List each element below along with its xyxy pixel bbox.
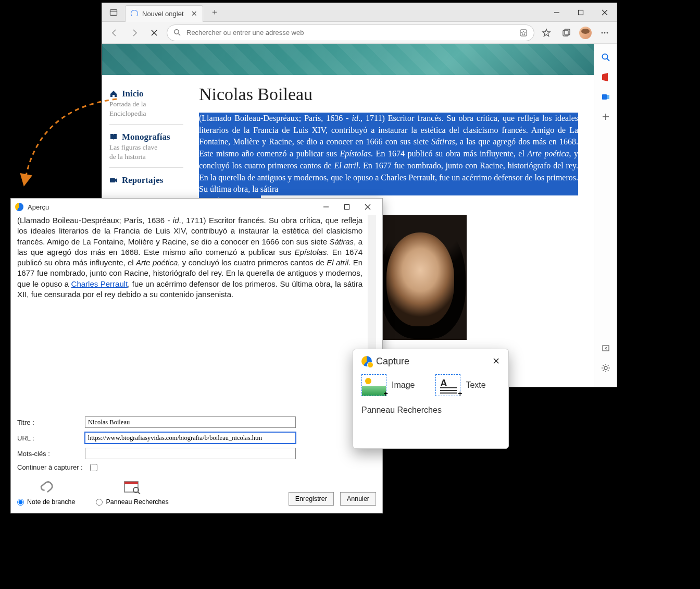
svg-marker-11 [521,31,526,35]
url-label: URL : [17,434,80,442]
apercu-form: Titre : URL : Mots-clés : Continuer à ca… [11,411,382,513]
capture-title: Capture [376,356,409,367]
page-title: Nicolas Boileau [199,84,578,104]
window-close-button[interactable] [593,3,617,22]
capture-header: Capture ✕ [361,355,500,367]
continuer-label: Continuer à capturer : [17,463,85,471]
capture-text-button[interactable]: A+ Texte [435,374,485,396]
svg-point-16 [604,32,606,33]
capture-footer-link[interactable]: Panneau Recherches [361,406,500,415]
sidebar-item-sub: Portada de la [109,100,183,108]
capture-text-label: Texte [466,381,485,390]
article-selection[interactable]: (Llamado Boileau-Despréaux; París, 1636 … [199,113,578,195]
favorites-icon[interactable] [540,26,553,40]
svg-point-19 [602,54,607,59]
svg-line-31 [603,365,604,366]
apercu-maximize-button[interactable] [336,200,357,214]
nav-forward-button[interactable] [127,26,142,40]
tab-close-icon[interactable]: ✕ [191,9,197,18]
apercu-text[interactable]: (Llamado Boileau-Despréaux; París, 1636 … [17,215,368,411]
continuer-checkbox[interactable] [90,464,97,471]
svg-line-33 [603,370,604,371]
titre-input[interactable] [85,416,296,428]
edge-sidebar [594,44,617,387]
book-icon [109,133,118,141]
sidebar-item-sub: de la historia [109,153,183,161]
svg-point-15 [602,32,603,33]
capture-close-icon[interactable]: ✕ [492,355,500,367]
new-tab-button[interactable]: ＋ [207,5,222,20]
sidebar-item-reportajes[interactable]: Reportajes [109,167,183,192]
apercu-body: (Llamado Boileau-Despréaux; París, 1636 … [11,215,382,411]
apercu-minimize-button[interactable] [316,200,336,214]
sidebar-item-label: Reportajes [122,175,163,186]
search-icon[interactable] [599,51,612,64]
reading-mode-icon[interactable] [519,29,528,37]
window-maximize-button[interactable] [569,3,593,22]
nav-back-button[interactable] [107,26,122,40]
svg-rect-40 [124,482,138,484]
svg-rect-21 [602,94,607,100]
svg-point-17 [607,32,608,33]
sidebar-item-inicio[interactable]: Inicio Portada de la Enciclopedia [109,85,183,124]
svg-rect-22 [607,95,609,99]
omnibox-input[interactable] [186,29,514,36]
svg-rect-36 [345,205,349,210]
window-minimize-button[interactable] [545,3,569,22]
collections-icon[interactable] [559,26,573,40]
svg-line-9 [179,34,181,36]
capture-image-button[interactable]: + Image [361,374,415,396]
outlook-icon[interactable] [599,91,612,103]
cancel-button[interactable]: Annuler [340,492,376,506]
office-icon[interactable] [599,71,612,83]
sidebar-item-label: Inicio [122,89,144,99]
capture-popup: Capture ✕ + Image A+ Texte Panneau Reche… [353,349,509,449]
add-app-button[interactable] [599,111,612,123]
profile-avatar[interactable] [579,27,592,39]
apercu-title-text: Aperçu [28,203,49,211]
svg-line-32 [608,370,609,371]
settings-icon[interactable] [599,362,612,374]
mots-cles-input[interactable] [85,448,296,459]
titre-label: Titre : [17,419,80,426]
video-icon [109,176,118,185]
nav-stop-button[interactable] [147,26,161,40]
window-buttons [545,3,617,22]
url-input[interactable] [85,432,296,444]
sidebar-item-monografias[interactable]: Monografías Las figuras clave de la hist… [109,124,183,167]
svg-point-26 [604,366,607,370]
tab-title: Nouvel onglet [142,10,184,18]
search-icon [173,29,181,36]
save-button[interactable]: Enregistrer [289,492,334,506]
sidebar-item-label: Monografías [122,132,170,142]
panneau-icon [123,478,142,495]
svg-rect-3 [579,10,583,15]
apercu-link-perrault[interactable]: Charles Perrault [71,279,128,288]
address-bar [102,22,617,44]
site-banner [102,44,594,75]
sidebar-item-sub: Las figuras clave [109,143,183,152]
browser-tab[interactable]: Nouvel onglet ✕ [125,5,203,22]
svg-marker-12 [543,29,550,36]
attachment-icon [37,478,56,495]
svg-line-42 [138,492,140,494]
article-portrait [379,215,467,340]
omnibox[interactable] [167,24,534,41]
tab-favicon [131,10,138,17]
note-branche-radio[interactable]: Note de branche [17,498,75,506]
sidebar-item-sub: Enciclopedia [109,109,183,118]
mots-cles-label: Mots-clés : [17,450,80,458]
capture-logo-icon [361,356,372,366]
menu-icon[interactable] [598,26,611,40]
svg-point-8 [174,30,179,34]
tab-list-icon[interactable] [107,6,120,19]
apercu-titlebar: Aperçu [11,199,382,215]
svg-line-34 [608,365,609,366]
svg-rect-18 [110,178,115,182]
article-image-wrap [379,215,578,340]
svg-rect-0 [110,9,117,15]
text-icon: A+ [435,374,460,396]
apercu-close-button[interactable] [357,200,378,214]
collapse-sidebar-icon[interactable] [599,342,612,354]
panneau-recherches-radio[interactable]: Panneau Recherches [96,498,168,506]
